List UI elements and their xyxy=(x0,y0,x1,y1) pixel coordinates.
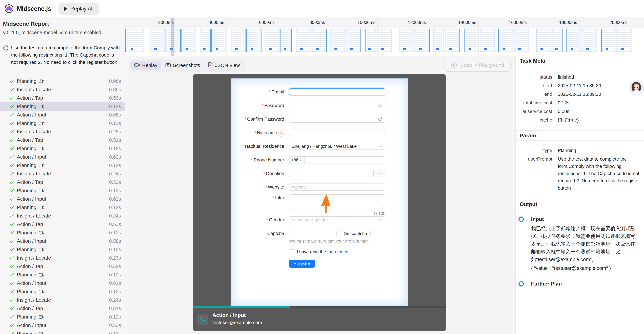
step-duration: 0.61s xyxy=(109,280,121,286)
resize-grip-icon[interactable] xyxy=(382,207,384,209)
timeline-playhead[interactable] xyxy=(171,18,174,56)
eye-invisible-icon[interactable] xyxy=(378,103,383,108)
step-row-action-input[interactable]: Action / Input0.62s xyxy=(0,153,125,161)
timeline-thumbnail[interactable] xyxy=(601,29,616,52)
e-mail-input[interactable] xyxy=(289,88,385,95)
thumbnail-register-button xyxy=(540,48,543,50)
step-row-action-input[interactable]: Action / Input0.61s xyxy=(0,279,125,287)
eye-invisible-icon[interactable] xyxy=(378,117,383,122)
phone-prefix-select[interactable]: +86 xyxy=(290,157,304,163)
timeline-thumbnail[interactable] xyxy=(330,29,345,52)
step-row-planning[interactable]: Planning0.12s xyxy=(0,287,125,296)
step-row-planning[interactable]: Planning0.12s xyxy=(0,102,125,111)
step-row-action-input[interactable]: Action / Input0.62s xyxy=(0,195,125,203)
timeline-thumbnail[interactable] xyxy=(150,29,165,52)
question-circle-icon[interactable]: ? xyxy=(278,131,284,136)
step-row-action-tap[interactable]: Action / Tap0.53s xyxy=(0,94,125,102)
video-camera-icon xyxy=(39,79,44,84)
timeline-thumbnail[interactable] xyxy=(265,29,280,52)
timeline-thumbnail[interactable] xyxy=(552,29,563,52)
timeline-thumbnail[interactable] xyxy=(181,29,196,52)
step-row-insight-locate[interactable]: Insight / Locate0.24s xyxy=(0,170,125,178)
timeline-thumbnail[interactable] xyxy=(200,29,211,52)
timeline-thumbnail[interactable] xyxy=(280,29,292,52)
tab-replay[interactable]: Replay xyxy=(130,61,161,70)
register-button[interactable]: Register xyxy=(289,260,315,268)
timeline-thumbnail[interactable] xyxy=(296,29,311,52)
agreement-checkbox[interactable] xyxy=(289,249,294,254)
step-row-insight-locate[interactable]: Insight / Locate0.24s xyxy=(0,296,125,304)
donation-input[interactable] xyxy=(289,170,385,177)
confirm-password-input[interactable] xyxy=(289,116,385,123)
donation-unit-select[interactable] xyxy=(373,170,385,177)
thumbnail-register-button xyxy=(555,48,558,50)
habitual-residence-select[interactable]: Zhejiang / Hangzhou / West Lake xyxy=(289,143,385,150)
step-row-action-input[interactable]: Action / Input0.68s xyxy=(0,111,125,119)
step-row-planning[interactable]: Planning0.12s xyxy=(0,161,125,170)
timeline-thumbnail[interactable] xyxy=(498,29,514,52)
timeline-thumbnail[interactable] xyxy=(445,29,460,52)
nickname-input[interactable] xyxy=(289,129,385,136)
timeline-thumbnail[interactable] xyxy=(514,29,529,52)
step-row-planning[interactable]: Planning0.12s xyxy=(0,329,125,334)
step-row-planning[interactable]: Planning0.12s xyxy=(0,119,125,127)
timeline-thumbnail[interactable] xyxy=(377,29,392,52)
step-row-insight-locate[interactable]: Insight / Locate0.23s xyxy=(0,254,125,262)
param-value: Planning xyxy=(558,147,644,154)
timeline-thumbnail[interactable] xyxy=(433,29,444,52)
timeline-thumbnail[interactable] xyxy=(480,29,495,52)
replay-all-button[interactable]: Replay All xyxy=(58,3,99,15)
step-row-action-input[interactable]: Action / Input0.58s xyxy=(0,237,125,245)
thumbnail-form-lines xyxy=(282,31,290,48)
step-label: Planning xyxy=(17,314,36,320)
step-row-action-tap[interactable]: Action / Tap0.53s xyxy=(0,178,125,186)
timeline-thumbnail[interactable] xyxy=(312,29,327,52)
step-label: Planning xyxy=(17,247,36,252)
get-captcha-button[interactable]: Get captcha xyxy=(340,230,371,237)
thumbnail-form-lines xyxy=(568,31,579,48)
timeline-thumbnail[interactable] xyxy=(414,29,430,52)
timeline-thumbnail[interactable] xyxy=(464,29,479,52)
thumbnail-form-lines xyxy=(202,31,209,48)
intro-textarea[interactable] xyxy=(289,194,385,210)
step-row-action-input[interactable]: Action / Input0.53s xyxy=(0,321,125,329)
step-row-planning[interactable]: Planning0.12s xyxy=(0,245,125,254)
step-row-planning[interactable]: Planning0.12s xyxy=(0,271,125,279)
step-row-planning[interactable]: Planning0.12s xyxy=(0,228,125,237)
step-row-planning[interactable]: Planning0.12s xyxy=(0,313,125,321)
timeline-thumbnail[interactable] xyxy=(211,29,226,52)
assistant-avatar[interactable] xyxy=(629,80,643,95)
agreement-text: I have read the xyxy=(297,249,326,255)
timeline-thumbnail[interactable] xyxy=(346,29,361,52)
step-row-planning[interactable]: Planning0.12s xyxy=(0,203,125,212)
step-row-action-tap[interactable]: Action / Tap0.53s xyxy=(0,220,125,228)
replay-progress-track[interactable] xyxy=(193,306,446,308)
step-row-action-tap[interactable]: Action / Tap0.52s xyxy=(0,262,125,271)
step-row-action-tap[interactable]: Action / Tap0.51s xyxy=(0,136,125,144)
step-row-planning[interactable]: Planning0.12s xyxy=(0,186,125,195)
open-in-playground-button[interactable]: Open in Playground xyxy=(444,59,510,72)
step-duration: 0.12s xyxy=(109,314,121,320)
website-input[interactable]: website xyxy=(289,184,385,191)
step-row-insight-locate[interactable]: Insight / Locate0.39s xyxy=(0,85,125,94)
task-meta-key: total time cost xyxy=(516,99,558,106)
step-row-planning[interactable]: Planning0.96s xyxy=(0,77,125,85)
step-row-action-tap[interactable]: Action / Tap0.51s xyxy=(0,304,125,313)
tab-json-view[interactable]: JSON View xyxy=(204,60,244,71)
timeline-thumbnail[interactable] xyxy=(582,29,597,52)
timeline-thumbnail[interactable] xyxy=(125,29,144,52)
agreement-link[interactable]: agreement xyxy=(328,249,350,255)
timeline-thumbnail[interactable] xyxy=(231,29,246,52)
captcha-input[interactable] xyxy=(289,230,337,237)
task-meta-row-end: end2025-02-11 15:39:30 xyxy=(516,91,644,98)
password-input[interactable] xyxy=(289,102,385,109)
timeline-thumbnail[interactable] xyxy=(246,29,262,52)
step-row-insight-locate[interactable]: Insight / Locate0.24s xyxy=(0,212,125,220)
timeline-thumbnail[interactable] xyxy=(536,29,551,52)
timeline-thumbnail[interactable] xyxy=(399,29,414,52)
timeline-thumbnail[interactable] xyxy=(365,29,376,52)
gender-select[interactable]: select your gender xyxy=(289,216,385,223)
step-row-insight-locate[interactable]: Insight / Locate0.25s xyxy=(0,127,125,136)
step-row-planning[interactable]: Planning0.12s xyxy=(0,144,125,153)
tab-screenshots[interactable]: Screenshots xyxy=(161,60,204,71)
